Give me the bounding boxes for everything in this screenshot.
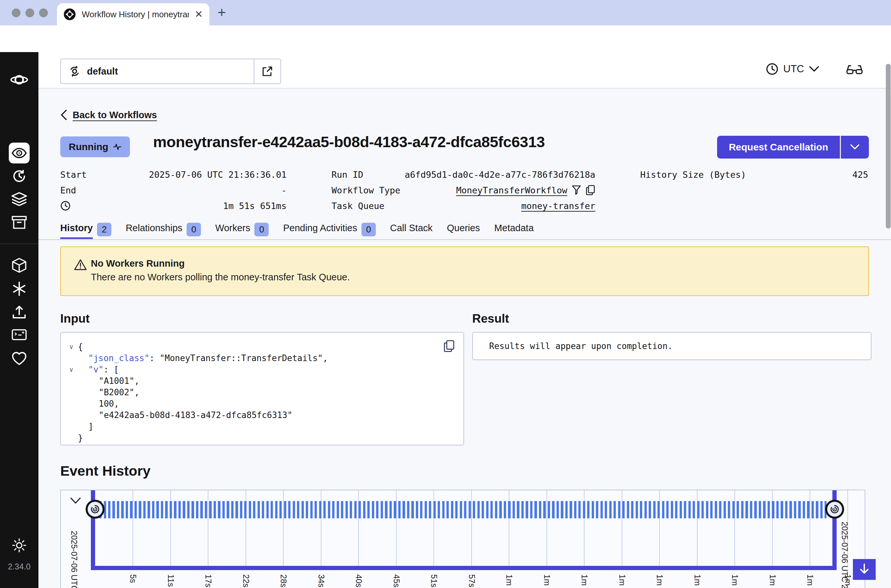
app-window: Workflow History | moneytran ✕ + localho… xyxy=(0,0,891,588)
namespace-selector[interactable]: default xyxy=(60,58,281,84)
timeline-tick-label: 1m xyxy=(843,574,853,586)
tab-count-badge: 0 xyxy=(254,223,268,236)
timeline-tick-label: 45s xyxy=(392,574,401,587)
close-window-button[interactable] xyxy=(12,9,21,17)
workflow-started-node[interactable] xyxy=(86,500,105,519)
task-queue-label: Task Queue xyxy=(332,201,385,211)
workflow-status-badge: Running xyxy=(60,136,130,157)
chevron-down-icon xyxy=(850,144,860,150)
no-workers-warning-banner: No Workers Running There are no Workers … xyxy=(60,246,869,296)
detail-start: Start 2025-07-06 UTC 21:36:36.01 xyxy=(60,167,286,182)
download-arrow-icon xyxy=(859,563,870,576)
tab-workers[interactable]: Workers0 xyxy=(215,223,268,239)
tab-count-badge: 0 xyxy=(362,223,376,236)
timeline-tick-label: 34s xyxy=(316,574,326,587)
tab-title: Workflow History | moneytran xyxy=(82,9,189,20)
result-card: Results will appear upon completion. xyxy=(472,332,872,360)
sidebar-item-nexus[interactable] xyxy=(12,281,27,296)
copy-input-icon[interactable] xyxy=(443,340,455,352)
window-controls[interactable] xyxy=(12,9,48,17)
back-link-label[interactable]: Back to Workflows xyxy=(73,110,157,120)
timeline-tick-label: 28s xyxy=(279,574,288,587)
details-col-times: Start 2025-07-06 UTC 21:36:36.01 End - 1… xyxy=(60,167,286,214)
filter-funnel-icon[interactable] xyxy=(572,185,581,195)
input-heading: Input xyxy=(60,312,90,326)
sidebar-item-deployments[interactable] xyxy=(11,192,27,206)
namespace-switcher-icon xyxy=(68,65,81,78)
detail-task-queue: Task Queue money-transfer xyxy=(332,198,595,214)
tab-count-badge: 0 xyxy=(187,223,201,236)
task-queue-link[interactable]: money-transfer xyxy=(521,201,595,211)
tab-call-stack[interactable]: Call Stack xyxy=(390,223,433,239)
timeline-start-date-label: 2025-07-06 UTC 2 xyxy=(69,531,79,588)
timeline-tick-label: 1m xyxy=(580,574,589,586)
tab-metadata[interactable]: Metadata xyxy=(494,223,534,239)
minimize-window-button[interactable] xyxy=(26,9,34,17)
running-spiral-icon xyxy=(830,504,840,514)
json-collapse-chevron-icon[interactable]: ∨ xyxy=(69,364,78,375)
timeline-tick-label: 1m xyxy=(542,574,552,586)
request-cancellation-button[interactable]: Request Cancellation xyxy=(717,136,840,159)
clock-icon xyxy=(766,63,778,75)
tab-history[interactable]: History2 xyxy=(60,223,111,239)
warning-message: There are no Workers polling the money-t… xyxy=(91,272,350,283)
timeline-tick-label: 57s xyxy=(467,574,476,587)
chevron-left-icon xyxy=(60,110,68,120)
browser-toolbar: localhost:8080/namespaces/default/workfl… xyxy=(0,26,891,52)
cancellation-menu-button[interactable] xyxy=(841,136,869,159)
duration-value: 1m 51s 651ms xyxy=(223,201,286,211)
timeline-chart[interactable]: 2025-07-06 UTC 2 2025-07-06 UTC 2 5s11s1… xyxy=(60,490,865,588)
timeline-axis-bar xyxy=(91,566,837,570)
namespace-external-link-button[interactable] xyxy=(254,59,280,83)
back-to-workflows-link[interactable]: Back to Workflows xyxy=(60,110,157,120)
sidebar-item-archive[interactable] xyxy=(12,258,27,273)
timeline-collapse-chevron-icon[interactable] xyxy=(69,497,82,505)
tab-count-badge: 2 xyxy=(97,223,111,236)
browser-tabstrip: Workflow History | moneytran ✕ + xyxy=(0,0,891,26)
event-history-heading: Event History xyxy=(60,463,150,479)
run-id-value: a6fd95d1-da0c-4d2e-a77c-786f3d76218a xyxy=(405,170,595,180)
duration-clock-icon xyxy=(60,201,70,211)
timeline-tick-label: 1m xyxy=(693,574,702,586)
start-value: 2025-07-06 UTC 21:36:36.01 xyxy=(149,170,286,180)
timeline-tick-label: 5s xyxy=(128,574,138,583)
namespace-topbar: default UTC xyxy=(38,52,891,88)
result-heading: Result xyxy=(472,312,509,326)
timeline-tick-label: 11s xyxy=(166,574,176,587)
maximize-window-button[interactable] xyxy=(39,9,48,17)
history-size-value: 425 xyxy=(852,170,868,180)
copy-icon[interactable] xyxy=(585,185,595,195)
sidebar-item-support[interactable] xyxy=(11,352,27,365)
detail-tabs: History2Relationships0Workers0Pending Ac… xyxy=(60,223,534,239)
tab-queries[interactable]: Queries xyxy=(447,223,480,239)
sidebar-item-batch-operations[interactable] xyxy=(11,216,27,229)
labs-mode-glasses-icon[interactable] xyxy=(846,64,863,75)
json-viewer[interactable]: ∨{"json_class": "MoneyTransfer::Transfer… xyxy=(69,341,437,444)
end-value: - xyxy=(281,185,286,195)
running-duration-band xyxy=(99,501,826,518)
timezone-selector[interactable]: UTC xyxy=(766,63,820,75)
sidebar-item-schedules[interactable] xyxy=(12,169,27,184)
page-scrollbar[interactable] xyxy=(886,64,891,228)
temporal-logo-icon[interactable] xyxy=(10,72,28,87)
namespace-name: default xyxy=(87,66,118,77)
workflow-type-link[interactable]: MoneyTransferWorkflow xyxy=(456,185,567,195)
tab-relationships[interactable]: Relationships0 xyxy=(126,223,201,239)
tab-close-icon[interactable]: ✕ xyxy=(195,9,203,19)
namespace-current[interactable]: default xyxy=(61,65,254,78)
timeline-tick-label: 1m xyxy=(768,574,777,586)
chevron-down-icon xyxy=(808,66,820,73)
json-collapse-chevron-icon[interactable]: ∨ xyxy=(69,341,78,352)
sidebar-item-workflows[interactable] xyxy=(9,142,30,164)
result-placeholder: Results will appear upon completion. xyxy=(489,333,673,360)
browser-tab[interactable]: Workflow History | moneytran ✕ xyxy=(57,3,209,26)
detail-duration: 1m 51s 651ms xyxy=(60,198,286,214)
workflow-running-node[interactable] xyxy=(825,500,844,519)
tab-pending-activities[interactable]: Pending Activities0 xyxy=(283,223,375,239)
timeline-tick-label: 22s xyxy=(242,574,251,587)
theme-toggle-icon[interactable] xyxy=(12,538,27,553)
new-tab-button[interactable]: + xyxy=(218,5,226,20)
sidebar-item-import[interactable] xyxy=(12,305,27,319)
sidebar-item-feedback[interactable] xyxy=(11,328,27,341)
download-history-button[interactable] xyxy=(853,559,876,580)
